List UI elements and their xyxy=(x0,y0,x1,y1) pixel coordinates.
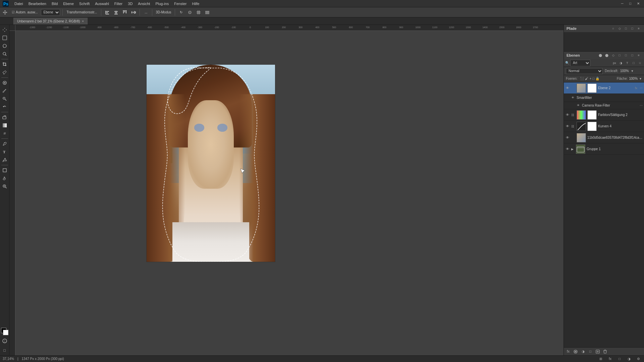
document-tab[interactable]: Unbenannt-2 bei 37,1% (Ebene 2, RGB/8) × xyxy=(13,18,88,24)
lock-image-icon[interactable]: 🖌 xyxy=(585,77,588,80)
lock-artboard-icon[interactable]: □ xyxy=(592,77,594,80)
menu-plugins[interactable]: Plug-ins xyxy=(153,1,171,6)
eyedropper-tool[interactable] xyxy=(1,69,8,76)
align-distribute-btn[interactable] xyxy=(130,9,137,16)
layers-panel-icon6[interactable]: □ xyxy=(630,53,635,58)
align-top-btn[interactable] xyxy=(121,9,128,16)
move-tool-options[interactable] xyxy=(1,9,9,16)
filter-shape-btn[interactable]: □ xyxy=(631,60,636,66)
hand-tool[interactable] xyxy=(1,175,8,182)
lasso-tool[interactable] xyxy=(1,42,8,50)
status-fx-btn[interactable]: fx xyxy=(607,356,613,362)
layers-panel-icon5[interactable]: □ xyxy=(623,53,629,58)
layer-visibility-ebene2[interactable]: 👁 xyxy=(565,86,570,90)
tab-close-btn[interactable]: × xyxy=(82,19,84,23)
layer-adjustment-btn[interactable]: ◑ xyxy=(580,349,586,355)
layer-mask-btn[interactable] xyxy=(573,349,579,355)
menu-ebene[interactable]: Ebene xyxy=(61,1,76,6)
layer-visibility-smartfilter[interactable]: 👁 xyxy=(571,96,575,100)
canvas-content[interactable] xyxy=(15,31,564,355)
lock-transparent-icon[interactable]: ⬛ xyxy=(580,77,584,80)
minimize-button[interactable]: ─ xyxy=(619,0,626,7)
rotate-btn[interactable]: ↻ xyxy=(177,9,185,16)
filter-text-btn[interactable]: T xyxy=(625,60,630,66)
grid-btn[interactable] xyxy=(195,9,202,16)
pen-tool[interactable] xyxy=(1,140,8,147)
menu-ansicht[interactable]: Ansicht xyxy=(136,1,152,6)
layer-item-smartfilter[interactable]: 👁 Smartfilter xyxy=(564,94,644,102)
maximize-button[interactable]: □ xyxy=(627,0,634,7)
paths-panel-btn3[interactable]: □ xyxy=(623,26,629,31)
layer-visibility-farbton2[interactable]: 👁 xyxy=(565,113,570,117)
layers-panel-icon1[interactable]: ⬤ xyxy=(598,53,603,58)
filter-smart-btn[interactable]: ☆ xyxy=(637,60,643,66)
text-tool[interactable]: T xyxy=(1,148,8,156)
quick-selection-tool[interactable] xyxy=(1,50,8,58)
auto-select-toggle[interactable]: ☑ Autom. ausw... xyxy=(10,9,40,16)
status-new-layer-btn[interactable]: □ xyxy=(616,356,623,362)
close-button[interactable]: ✕ xyxy=(635,0,642,7)
gradient-tool[interactable] xyxy=(1,122,8,129)
eraser-tool[interactable] xyxy=(1,114,8,121)
align-left-btn[interactable] xyxy=(104,9,111,16)
paths-panel-btn4[interactable]: □ xyxy=(630,26,635,31)
filter-adj-btn[interactable]: ◑ xyxy=(618,60,624,66)
layer-visibility-kurven4[interactable]: 👁 xyxy=(565,124,570,129)
status-grid-btn[interactable]: ⊞ xyxy=(598,356,604,362)
layer-group-select[interactable]: Ebene xyxy=(41,9,60,16)
status-mask-btn[interactable]: ◑ xyxy=(626,356,632,362)
layer-item-ebene2[interactable]: 👁 Ebene 2 fx ⋯ xyxy=(564,82,644,94)
opacity-value[interactable]: 100% xyxy=(620,69,629,73)
status-settings-btn[interactable]: ⚙ xyxy=(635,356,641,362)
menu-bearbeiten[interactable]: Bearbeiten xyxy=(26,1,49,6)
menu-hilfe[interactable]: Hilfe xyxy=(190,1,202,6)
layer-group-btn[interactable]: □ xyxy=(587,349,593,355)
lock-all-icon[interactable]: 🔒 xyxy=(595,77,599,80)
move-tool[interactable] xyxy=(1,26,8,34)
layer-visibility-gruppe1[interactable]: 👁 xyxy=(565,147,570,152)
crop-tool[interactable] xyxy=(1,61,8,68)
paths-panel-btn1[interactable]: ○ xyxy=(610,26,616,31)
layers-panel-menu[interactable]: ≡ xyxy=(636,53,641,58)
layer-delete-btn[interactable] xyxy=(602,349,608,355)
path-select-tool[interactable] xyxy=(1,156,8,164)
paths-panel-btn5[interactable]: ≡ xyxy=(636,26,641,31)
filter-px-btn[interactable]: px xyxy=(612,60,617,66)
lock-position-icon[interactable]: + xyxy=(589,77,591,80)
history-brush-tool[interactable] xyxy=(1,103,8,111)
menu-datei[interactable]: Datei xyxy=(12,1,25,6)
layer-visibility-camera-raw[interactable]: 👁 xyxy=(576,103,581,108)
transform-controls-toggle[interactable]: Transformationsstr... xyxy=(65,9,99,16)
blur-tool[interactable] xyxy=(1,130,8,137)
layers-panel-icon2[interactable]: ⬤ xyxy=(604,53,609,58)
shape-tool[interactable] xyxy=(1,167,8,174)
blend-mode-select[interactable]: Normal xyxy=(566,68,603,74)
layer-item-long[interactable]: 👁 11b0d5dcae835708d472f8d3f14ca4c7 xyxy=(564,132,644,143)
zoom-tool[interactable] xyxy=(1,183,8,190)
paths-panel-btn2[interactable]: ◇ xyxy=(617,26,622,31)
layer-item-gruppe1[interactable]: 👁 ▶ Gruppe 1 xyxy=(564,143,644,155)
layer-options-ebene2[interactable]: ⋯ xyxy=(640,86,643,90)
layers-panel-icon4[interactable]: □ xyxy=(617,53,622,58)
fill-value[interactable]: 100% xyxy=(629,77,638,80)
layer-filter-select[interactable]: Art xyxy=(570,60,590,66)
align-center-btn[interactable] xyxy=(112,9,120,16)
brush-tool[interactable] xyxy=(1,87,8,95)
menu-auswahl[interactable]: Auswahl xyxy=(93,1,111,6)
canvas-area[interactable]: -1300 -1200 -1100 -1000 -900 -800 -700 -… xyxy=(9,25,564,355)
heal-tool[interactable] xyxy=(1,79,8,86)
more-options-btn[interactable]: ... xyxy=(142,9,150,16)
selection-tool[interactable] xyxy=(1,34,8,42)
layer-item-farbton2[interactable]: 👁 ⛓ Farbton/Sättigung 2 xyxy=(564,109,644,121)
menu-filter[interactable]: Filter xyxy=(112,1,125,6)
menu-fenster[interactable]: Fenster xyxy=(172,1,189,6)
screen-mode-btn[interactable]: □ xyxy=(1,347,8,354)
layer-fx-btn[interactable]: fx xyxy=(565,349,571,355)
layer-new-btn[interactable] xyxy=(595,349,601,355)
menu-bild[interactable]: Bild xyxy=(49,1,60,6)
menu-schrift[interactable]: Schrift xyxy=(77,1,92,6)
layer-item-kurven4[interactable]: 👁 ⛓ Kurven 4 xyxy=(564,121,644,132)
photo-canvas[interactable] xyxy=(146,64,275,262)
layer-visibility-long[interactable]: 👁 xyxy=(565,135,570,140)
layer-item-camera-raw[interactable]: 👁 Camera Raw-Filter ⋯ xyxy=(564,102,644,109)
